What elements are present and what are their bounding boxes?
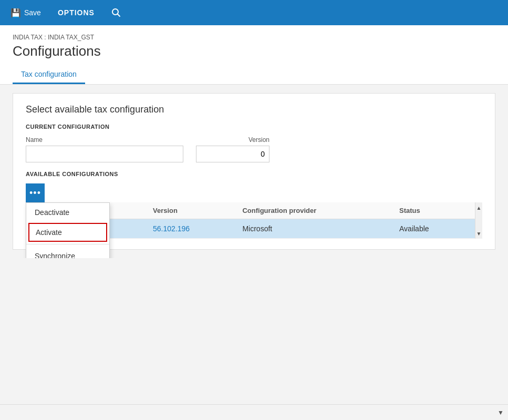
deactivate-menu-item[interactable]: Deactivate [26, 203, 109, 222]
content-area: Select available tax configuration CURRE… [0, 85, 508, 258]
scroll-down-arrow[interactable]: ▼ [475, 228, 483, 239]
configuration-card: Select available tax configuration CURRE… [13, 93, 495, 250]
dropdown-menu: Deactivate Activate Synchronize Delete N… [26, 202, 110, 258]
synchronize-menu-item[interactable]: Synchronize [26, 247, 109, 258]
cell-provider: Microsoft [236, 219, 393, 239]
vertical-scrollbar[interactable]: ▲ ▼ [475, 202, 482, 239]
col-status: Status [393, 202, 470, 219]
activate-menu-item[interactable]: Activate [28, 223, 107, 242]
svg-line-1 [117, 14, 120, 17]
actions-button[interactable]: ••• [26, 183, 45, 202]
cell-status: Available [393, 219, 470, 239]
available-config-label: AVAILABLE CONFIGURATIONS [26, 171, 482, 177]
page-header: INDIA TAX : INDIA TAX_GST Configurations… [0, 25, 508, 85]
table-toolbar: ••• Deactivate Activate Synchronize Dele… [26, 183, 482, 202]
name-label: Name [26, 136, 183, 144]
cell-version: 56.102.196 [147, 219, 236, 239]
save-label: Save [24, 8, 41, 17]
menu-divider [26, 244, 109, 244]
version-input[interactable] [196, 146, 269, 162]
current-config-label: CURRENT CONFIGURATION [26, 124, 482, 130]
col-version: Version [147, 202, 236, 219]
save-icon: 💾 [11, 8, 21, 18]
version-field: Version [196, 136, 269, 162]
scroll-up-arrow[interactable]: ▲ [475, 202, 483, 213]
name-field: Name [26, 136, 183, 162]
dots-icon: ••• [29, 188, 41, 199]
tab-tax-configuration[interactable]: Tax configuration [13, 66, 85, 84]
card-title: Select available tax configuration [26, 104, 482, 115]
name-input[interactable] [26, 146, 183, 162]
save-button[interactable]: 💾 Save [6, 6, 45, 20]
search-icon[interactable] [107, 6, 125, 19]
page-title: Configurations [13, 43, 495, 59]
current-config-form: Name Version [26, 136, 482, 162]
tab-bar: Tax configuration [13, 66, 495, 84]
main-toolbar: 💾 Save OPTIONS [0, 0, 508, 25]
breadcrumb: INDIA TAX : INDIA TAX_GST [13, 34, 495, 41]
version-label: Version [196, 136, 269, 144]
version-link[interactable]: 56.102.196 [153, 224, 190, 233]
col-provider: Configuration provider [236, 202, 393, 219]
options-label: OPTIONS [54, 6, 99, 19]
